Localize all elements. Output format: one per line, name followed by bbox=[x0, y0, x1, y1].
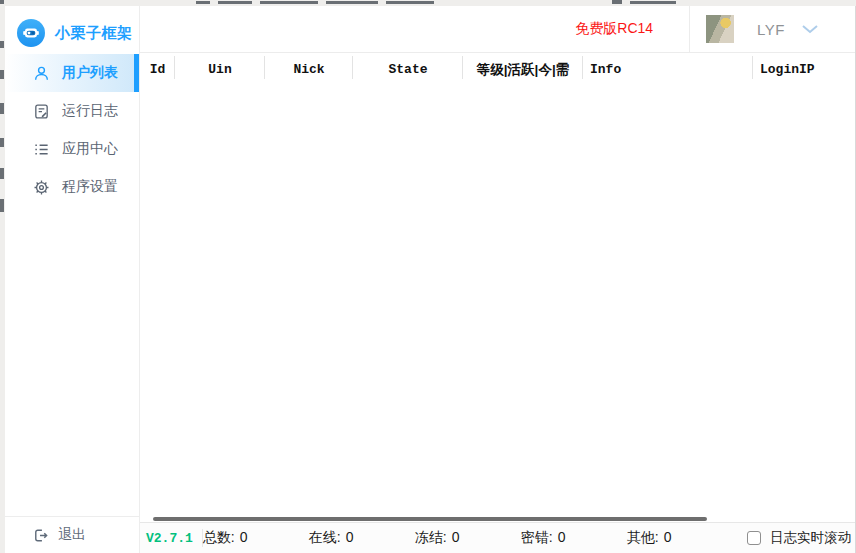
exit-button[interactable]: 退出 bbox=[5, 516, 139, 553]
stat-value: 0 bbox=[452, 529, 460, 547]
artifact-mark bbox=[0, 0, 4, 4]
column-header-grade[interactable]: 等级|活跃|今|需 bbox=[463, 53, 583, 86]
app-list-icon bbox=[32, 140, 50, 158]
sidebar-item-run-log[interactable]: 运行日志 bbox=[5, 92, 139, 130]
sidebar: 小栗子框架 用户列表 bbox=[5, 6, 140, 553]
stat-frozen: 冻结: 0 bbox=[415, 529, 521, 547]
stat-other: 其他: 0 bbox=[627, 529, 733, 547]
column-header-uin[interactable]: Uin bbox=[175, 53, 265, 86]
stat-label: 密错: bbox=[521, 529, 553, 547]
app-logo-row: 小栗子框架 bbox=[5, 6, 139, 50]
stat-wrong-password: 密错: 0 bbox=[521, 529, 627, 547]
sidebar-item-label: 应用中心 bbox=[62, 140, 118, 158]
log-autoscroll-label: 日志实时滚动 bbox=[770, 529, 851, 547]
artifact-mark bbox=[260, 1, 318, 4]
username[interactable]: LYF bbox=[757, 21, 785, 38]
stat-label: 在线: bbox=[309, 529, 341, 547]
sidebar-item-label: 运行日志 bbox=[62, 102, 118, 120]
stat-label: 其他: bbox=[627, 529, 659, 547]
robot-logo-icon bbox=[17, 19, 45, 47]
exit-label: 退出 bbox=[58, 526, 86, 544]
stat-value: 0 bbox=[346, 529, 354, 547]
artifact-mark bbox=[0, 103, 4, 114]
artifact-mark bbox=[0, 138, 4, 147]
artifact-mark bbox=[326, 1, 378, 4]
column-header-nick[interactable]: Nick bbox=[265, 53, 353, 86]
sidebar-item-label: 用户列表 bbox=[62, 64, 118, 82]
stat-online: 在线: 0 bbox=[309, 529, 415, 547]
artifact-mark bbox=[218, 1, 252, 4]
artifact-mark bbox=[630, 1, 676, 4]
sidebar-item-label: 程序设置 bbox=[62, 178, 118, 196]
logout-icon bbox=[32, 527, 49, 544]
table-body-empty bbox=[140, 86, 855, 504]
artifact-mark bbox=[0, 168, 4, 179]
column-header-state[interactable]: State bbox=[353, 53, 463, 86]
stat-value: 0 bbox=[558, 529, 566, 547]
sidebar-item-settings[interactable]: 程序设置 bbox=[5, 168, 139, 206]
app-version: V2.7.1 bbox=[146, 531, 193, 546]
sidebar-item-user-list[interactable]: 用户列表 bbox=[5, 54, 139, 92]
version-badge: 免费版RC14 bbox=[575, 20, 653, 38]
gear-icon bbox=[32, 178, 50, 196]
log-document-icon bbox=[32, 102, 50, 120]
statusbar: V2.7.1 总数: 0 在线: 0 冻结: 0 密错: 0 其他: 0 日志实… bbox=[140, 522, 855, 553]
artifact-mark bbox=[612, 0, 622, 4]
horizontal-scrollbar[interactable] bbox=[140, 510, 855, 522]
artifact-mark bbox=[0, 41, 4, 48]
stat-value: 0 bbox=[240, 529, 248, 547]
user-icon bbox=[32, 64, 50, 82]
stat-label: 冻结: bbox=[415, 529, 447, 547]
sidebar-item-app-center[interactable]: 应用中心 bbox=[5, 130, 139, 168]
stat-label: 总数: bbox=[203, 529, 235, 547]
topbar: 免费版RC14 LYF bbox=[140, 6, 855, 53]
scrollbar-thumb[interactable] bbox=[153, 517, 707, 521]
column-header-loginip[interactable]: LoginIP bbox=[753, 53, 855, 86]
log-autoscroll-checkbox[interactable] bbox=[747, 531, 761, 545]
chevron-down-icon[interactable] bbox=[801, 24, 819, 34]
sidebar-menu: 用户列表 运行日志 应用中心 bbox=[5, 54, 139, 206]
stat-value: 0 bbox=[664, 529, 672, 547]
stat-total: 总数: 0 bbox=[203, 529, 309, 547]
column-header-info[interactable]: Info bbox=[583, 53, 753, 86]
user-avatar[interactable] bbox=[706, 15, 734, 43]
artifact-mark bbox=[386, 1, 434, 4]
app-window: 小栗子框架 用户列表 bbox=[5, 6, 856, 553]
app-title: 小栗子框架 bbox=[55, 24, 133, 43]
topbar-divider bbox=[689, 6, 690, 52]
artifact-mark bbox=[0, 70, 4, 79]
column-header-id[interactable]: Id bbox=[140, 53, 175, 86]
artifact-mark bbox=[196, 1, 210, 4]
table-header: Id Uin Nick State 等级|活跃|今|需 Info LoginIP bbox=[140, 53, 855, 86]
artifact-mark bbox=[0, 199, 4, 212]
